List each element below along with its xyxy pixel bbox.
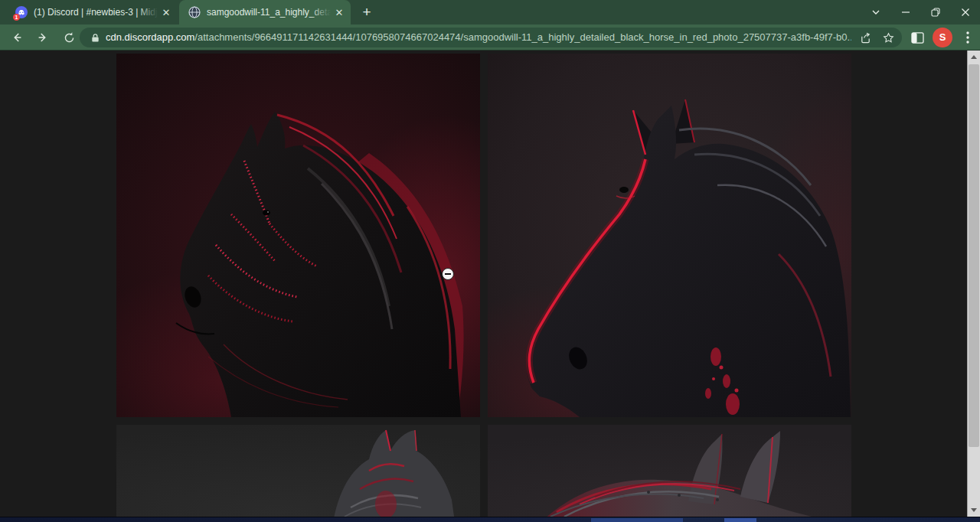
horse-image-top-left[interactable]	[116, 54, 480, 417]
lock-icon[interactable]	[87, 30, 103, 45]
horse-image-bottom-left[interactable]	[116, 425, 480, 517]
share-icon[interactable]	[858, 30, 873, 45]
close-icon[interactable]	[950, 0, 980, 24]
unread-badge: 1	[13, 14, 20, 21]
tab-discord[interactable]: 1 (1) Discord | #newbies-3 | Midjou ✕	[6, 0, 178, 24]
menu-kebab-icon[interactable]	[960, 30, 975, 45]
globe-favicon-icon	[188, 6, 201, 18]
address-bar[interactable]: cdn.discordapp.com/attachments/966491171…	[80, 28, 902, 47]
horse-image-top-right[interactable]	[488, 54, 851, 417]
tab-title: (1) Discord | #newbies-3 | Midjou	[34, 6, 158, 18]
scroll-down-arrow-icon	[971, 508, 977, 512]
new-tab-button[interactable]: +	[357, 3, 377, 21]
reload-icon[interactable]	[58, 27, 80, 48]
minimize-icon[interactable]	[890, 0, 920, 24]
tab-active-image[interactable]: samgoodwill-11_a_highly_detaile ✕	[179, 0, 351, 24]
page-content	[0, 51, 980, 517]
scroll-up-button[interactable]	[968, 51, 980, 64]
back-icon[interactable]	[6, 27, 28, 48]
forward-icon[interactable]	[32, 27, 54, 48]
window-controls	[861, 0, 980, 24]
vertical-scrollbar[interactable]	[967, 51, 980, 517]
url-path: /attachments/966491171142631444/10769580…	[194, 31, 851, 43]
scrollbar-thumb[interactable]	[969, 64, 979, 447]
side-panel-icon[interactable]	[910, 30, 925, 45]
taskbar-highlight	[724, 518, 756, 522]
maximize-restore-icon[interactable]	[920, 0, 950, 24]
zoom-out-cursor-icon	[442, 268, 454, 280]
url-text[interactable]: cdn.discordapp.com/attachments/966491171…	[106, 28, 851, 47]
tab-close-icon[interactable]: ✕	[159, 5, 173, 19]
horse-image-grid[interactable]	[116, 54, 851, 517]
toolbar: cdn.discordapp.com/attachments/966491171…	[0, 24, 980, 51]
scroll-down-button[interactable]	[968, 504, 980, 517]
tab-search-icon[interactable]	[861, 0, 890, 24]
scroll-up-arrow-icon	[971, 55, 977, 59]
bookmark-star-icon[interactable]	[880, 30, 896, 45]
tab-title: samgoodwill-11_a_highly_detaile	[207, 6, 331, 18]
browser-window: 1 (1) Discord | #newbies-3 | Midjou ✕ sa…	[0, 0, 980, 522]
discord-favicon-icon: 1	[15, 6, 28, 18]
url-domain: cdn.discordapp.com	[106, 31, 194, 43]
profile-avatar[interactable]: S	[933, 28, 952, 47]
tab-close-icon[interactable]: ✕	[332, 5, 346, 19]
windows-taskbar-edge[interactable]	[0, 517, 980, 522]
tab-bar: 1 (1) Discord | #newbies-3 | Midjou ✕ sa…	[0, 0, 980, 24]
horse-image-bottom-right[interactable]	[488, 425, 851, 517]
taskbar-highlight	[591, 518, 683, 522]
